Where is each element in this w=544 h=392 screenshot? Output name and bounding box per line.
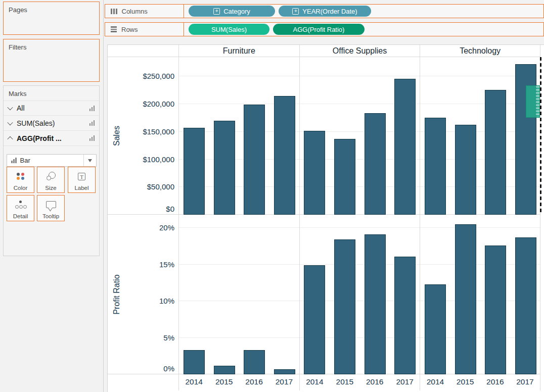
x-label-2014[interactable]: 2014 <box>420 374 450 390</box>
visualization-canvas: FurnitureOffice SuppliesTechnologySales$… <box>107 44 544 392</box>
bar-furniture-2017-profit-ratio[interactable] <box>274 369 295 374</box>
bar-technology-2016-profit-ratio[interactable] <box>485 246 506 374</box>
mark-type-value: Bar <box>20 157 30 164</box>
bar-furniture-2014-sales[interactable] <box>184 128 205 215</box>
bar-office-supplies-2014-sales[interactable] <box>304 131 325 215</box>
rows-shelf[interactable]: Rows SUM(Sales) AGG(Profit Ratio) <box>105 22 544 36</box>
y-tick-label: $200,000 <box>108 100 174 109</box>
gridline <box>420 227 540 228</box>
bar-furniture-2017-sales[interactable] <box>274 96 295 215</box>
columns-pills-area[interactable]: + Category + YEAR(Order Date) <box>184 5 543 18</box>
pill-text: Category <box>223 8 250 15</box>
x-label-2015[interactable]: 2015 <box>330 374 359 390</box>
columns-shelf-label: Columns <box>105 5 184 18</box>
pane-office-supplies-sales <box>299 57 420 215</box>
bar-technology-2015-profit-ratio[interactable] <box>455 224 476 374</box>
rows-pills-area[interactable]: SUM(Sales) AGG(Profit Ratio) <box>184 23 543 36</box>
marks-card: Marks All SUM(Sales) AGG(Profit ... Bar … <box>3 85 100 256</box>
gridline <box>179 301 299 301</box>
chevron-up-icon <box>7 136 13 141</box>
rows-shelf-label: Rows <box>105 23 184 36</box>
chevron-down-icon <box>7 105 13 110</box>
pill-agg-profit-ratio[interactable]: AGG(Profit Ratio) <box>273 24 365 35</box>
bar-technology-2016-sales[interactable] <box>485 90 506 215</box>
marks-row-agg-profit-ratio[interactable]: AGG(Profit ... <box>4 131 99 146</box>
bar-furniture-2016-sales[interactable] <box>244 105 265 215</box>
pill-sum-sales[interactable]: SUM(Sales) <box>189 24 269 35</box>
gridline <box>179 264 299 265</box>
pane-furniture-sales <box>178 57 299 215</box>
x-label-2015[interactable]: 2015 <box>450 374 480 390</box>
rows-label-text: Rows <box>121 26 138 33</box>
x-label-2016[interactable]: 2016 <box>239 374 269 390</box>
y-tick-label: $50,000 <box>108 182 174 191</box>
pages-label: Pages <box>4 2 99 14</box>
pages-shelf[interactable]: Pages <box>3 2 100 35</box>
y-tick-label: $0 <box>108 205 174 214</box>
plus-box-icon[interactable]: + <box>292 8 299 15</box>
detail-button[interactable]: Detail <box>7 195 34 221</box>
caret-down-icon[interactable] <box>83 155 96 166</box>
y-tick-label: 20% <box>108 223 174 232</box>
bar-furniture-2016-profit-ratio[interactable] <box>244 350 265 374</box>
x-label-2015[interactable]: 2015 <box>209 374 239 390</box>
facet-header-technology[interactable]: Technology <box>420 45 540 57</box>
x-label-2014[interactable]: 2014 <box>179 374 209 390</box>
label-button[interactable]: T Label <box>68 167 96 193</box>
tooltip-button[interactable]: Tooltip <box>37 195 65 221</box>
bar-furniture-2015-profit-ratio[interactable] <box>214 366 235 374</box>
size-button-label: Size <box>45 185 56 191</box>
bar-technology-2014-sales[interactable] <box>425 118 446 215</box>
pill-category[interactable]: + Category <box>189 6 275 17</box>
x-label-2017[interactable]: 2017 <box>510 374 540 390</box>
pill-text: SUM(Sales) <box>211 26 247 33</box>
axis-title-text: Profit Ratio <box>112 274 121 314</box>
color-button-label: Color <box>14 185 27 191</box>
x-label-2016[interactable]: 2016 <box>480 374 510 390</box>
bar-office-supplies-2016-profit-ratio[interactable] <box>365 234 386 374</box>
bar-office-supplies-2017-sales[interactable] <box>394 79 416 215</box>
bar-office-supplies-2017-profit-ratio[interactable] <box>394 257 416 374</box>
bar-office-supplies-2016-sales[interactable] <box>365 113 386 215</box>
columns-shelf[interactable]: Columns + Category + YEAR(Order Date) <box>105 4 544 18</box>
y-tick-label: 15% <box>108 260 174 269</box>
size-button[interactable]: Size <box>37 167 65 193</box>
marks-row-all[interactable]: All <box>4 101 99 116</box>
bar-furniture-2015-sales[interactable] <box>214 121 235 215</box>
marks-row-sum-sales[interactable]: SUM(Sales) <box>4 116 99 131</box>
marks-title: Marks <box>4 86 99 97</box>
facet-header-furniture[interactable]: Furniture <box>178 45 299 57</box>
bar-technology-2014-profit-ratio[interactable] <box>425 284 446 374</box>
tooltip-icon <box>37 200 64 210</box>
x-label-2016[interactable]: 2016 <box>360 374 390 390</box>
detail-button-label: Detail <box>13 213 28 219</box>
tooltip-button-label: Tooltip <box>42 213 59 219</box>
pane-technology-profit-ratio <box>420 215 540 374</box>
y-tick-label: $250,000 <box>108 72 174 81</box>
color-button[interactable]: Color <box>7 167 34 193</box>
bar-technology-2017-profit-ratio[interactable] <box>515 237 536 374</box>
columns-label-text: Columns <box>122 8 148 15</box>
rows-icon <box>111 25 117 33</box>
x-label-2017[interactable]: 2017 <box>390 374 420 390</box>
axis-title-profit-ratio: Profit Ratio <box>109 215 125 374</box>
x-label-2017[interactable]: 2017 <box>269 374 299 390</box>
mark-type-dropdown[interactable]: Bar <box>7 154 97 167</box>
detail-icon <box>7 200 34 210</box>
bar-office-supplies-2014-profit-ratio[interactable] <box>304 265 325 374</box>
mark-bar-icon <box>89 135 95 141</box>
filters-shelf[interactable]: Filters <box>3 39 100 82</box>
x-label-2014[interactable]: 2014 <box>300 374 330 390</box>
drag-preview-mark <box>526 85 540 118</box>
bar-office-supplies-2015-sales[interactable] <box>334 139 355 215</box>
bar-technology-2015-sales[interactable] <box>455 125 476 215</box>
x-axis-technology: 2014201520162017 <box>420 374 540 390</box>
bar-furniture-2014-profit-ratio[interactable] <box>184 350 205 374</box>
plus-box-icon[interactable]: + <box>213 8 220 15</box>
gridline <box>179 337 299 338</box>
gridline <box>300 227 420 228</box>
pill-year-order-date[interactable]: + YEAR(Order Date) <box>279 6 371 17</box>
bar-office-supplies-2015-profit-ratio[interactable] <box>334 239 355 374</box>
facet-header-office-supplies[interactable]: Office Supplies <box>299 45 420 57</box>
x-axis-furniture: 2014201520162017 <box>178 374 299 390</box>
